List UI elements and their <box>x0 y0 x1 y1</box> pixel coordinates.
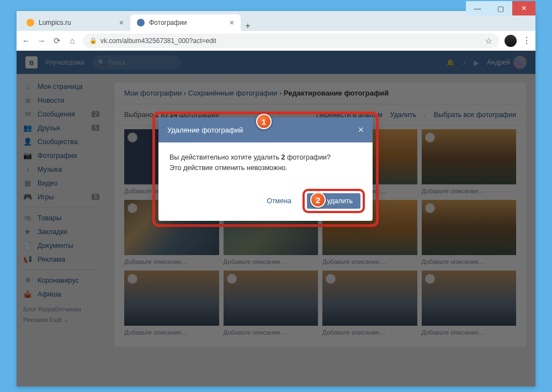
forward-button[interactable]: → <box>36 36 46 45</box>
profile-avatar[interactable] <box>505 35 517 47</box>
callout-2: 2 <box>310 192 326 208</box>
delete-confirm-modal: Удаление фотографий × Вы действительно х… <box>158 118 373 221</box>
tab-title: Фотографии <box>149 19 187 27</box>
window-maximize[interactable]: ▢ <box>489 1 512 15</box>
tab-title: Lumpics.ru <box>39 19 71 27</box>
modal-title: Удаление фотографий <box>167 126 243 134</box>
lock-icon: 🔒 <box>89 37 97 44</box>
tab-close-icon[interactable]: × <box>119 18 124 27</box>
reload-button[interactable]: ⟳ <box>52 36 62 46</box>
modal-close-icon[interactable]: × <box>358 124 364 136</box>
address-bar: ← → ⟳ ⌂ 🔒 vk.com/album432567381_000?act=… <box>17 31 535 51</box>
browser-menu-icon[interactable]: ⋮ <box>522 35 531 46</box>
back-button[interactable]: ← <box>21 36 31 45</box>
cancel-button[interactable]: Отмена <box>261 194 297 208</box>
modal-body: Вы действительно хотите удалить 2 фотогр… <box>158 142 373 183</box>
url-input[interactable]: 🔒 vk.com/album432567381_000?act=edit ☆ <box>83 34 499 48</box>
window-close[interactable]: ✕ <box>512 1 535 15</box>
tab-strip: Lumpics.ru × Фотографии × + <box>17 11 535 31</box>
favicon-icon <box>137 19 145 27</box>
bookmark-star-icon[interactable]: ☆ <box>485 36 492 45</box>
tab-lumpics[interactable]: Lumpics.ru × <box>20 14 130 31</box>
url-text: vk.com/album432567381_000?act=edit <box>100 37 216 45</box>
home-button[interactable]: ⌂ <box>67 36 77 45</box>
window-minimize[interactable]: — <box>466 1 489 15</box>
tab-vk-photos[interactable]: Фотографии × <box>130 14 241 31</box>
tab-close-icon[interactable]: × <box>230 18 234 27</box>
callout-1: 1 <box>256 114 272 129</box>
favicon-icon <box>26 19 34 27</box>
new-tab-button[interactable]: + <box>241 21 255 31</box>
